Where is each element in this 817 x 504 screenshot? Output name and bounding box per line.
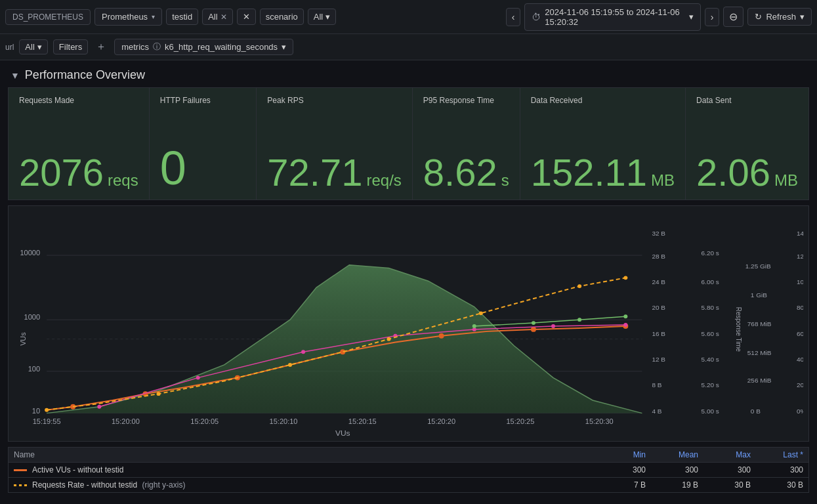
stat-card-3: P95 Response Time 8.62 s	[413, 88, 520, 200]
stat-value-3: 8.62 s	[423, 154, 509, 192]
datasource-dropdown[interactable]: Prometheus ▾	[94, 8, 162, 26]
x-pill[interactable]: ✕	[237, 9, 256, 25]
svg-text:512 MiB: 512 MiB	[747, 349, 772, 356]
filters-button[interactable]: Filters	[53, 39, 88, 54]
svg-text:8 B: 8 B	[652, 381, 661, 388]
datasource-label: DS_PROMETHEUS	[5, 9, 91, 25]
svg-text:20 B: 20 B	[652, 304, 665, 312]
svg-point-50	[301, 350, 305, 354]
url-label: url	[5, 43, 14, 52]
svg-text:120%: 120%	[797, 253, 803, 260]
col-header-min: Min	[593, 450, 646, 459]
svg-point-62	[472, 324, 476, 328]
svg-text:80%: 80%	[797, 304, 803, 312]
svg-text:15:20:05: 15:20:05	[190, 417, 219, 425]
svg-point-64	[577, 318, 581, 322]
filter-bar: url All ▾ Filters ＋ metrics ⓘ k6_http_re…	[0, 34, 817, 60]
collapse-icon[interactable]: ▼	[10, 70, 20, 81]
svg-text:16 B: 16 B	[652, 330, 665, 337]
stat-card-0: Requests Made 2076 reqs	[9, 88, 150, 200]
svg-point-57	[288, 363, 292, 367]
add-filter-button[interactable]: ＋	[93, 39, 109, 55]
svg-text:28 B: 28 B	[652, 253, 665, 260]
time-next-button[interactable]: ›	[705, 8, 720, 26]
legend-min-0: 300	[593, 465, 646, 474]
svg-text:15:20:10: 15:20:10	[270, 417, 298, 425]
page-title: Performance Overview	[25, 68, 145, 82]
swatch-1	[14, 484, 27, 486]
svg-text:256 MiB: 256 MiB	[747, 377, 772, 385]
legend-max-1: 30 B	[698, 480, 751, 490]
svg-text:60%: 60%	[797, 330, 803, 337]
scenario-pill: scenario	[260, 9, 304, 25]
chevron-down-icon4: ▾	[800, 12, 805, 22]
svg-text:0%: 0%	[797, 408, 803, 415]
svg-text:VUs: VUs	[19, 332, 27, 346]
url-filter-dropdown[interactable]: All ▾	[19, 39, 47, 54]
refresh-icon: ↻	[755, 12, 762, 22]
all-pill[interactable]: All ✕	[202, 9, 232, 25]
svg-text:40%: 40%	[797, 356, 803, 363]
refresh-button[interactable]: ↻ Refresh ▾	[747, 8, 812, 26]
svg-text:20%: 20%	[797, 381, 803, 388]
legend-min-1: 7 B	[593, 480, 646, 490]
chart-svg: 10 100 1000 10000 VUs 4 B 8 B 12 B 16 B …	[14, 217, 803, 436]
svg-point-61	[623, 276, 627, 280]
stat-cards: Requests Made 2076 reqs HTTP Failures 0 …	[8, 87, 809, 200]
stat-label-1: HTTP Failures	[160, 96, 246, 105]
svg-point-58	[387, 337, 390, 341]
chevron-down-icon: ▾	[152, 13, 155, 20]
chevron-down-icon5: ▾	[37, 42, 42, 52]
svg-point-45	[439, 333, 444, 339]
svg-text:5.40 s: 5.40 s	[702, 356, 719, 363]
stat-value-0: 2076 reqs	[19, 154, 138, 192]
svg-text:15:20:30: 15:20:30	[585, 417, 614, 425]
svg-point-53	[551, 324, 555, 328]
svg-text:15:20:00: 15:20:00	[112, 417, 140, 425]
all2-pill[interactable]: All ▾	[308, 9, 336, 25]
stat-value-4: 152.11 MB	[531, 154, 675, 192]
swatch-0	[14, 469, 27, 471]
time-prev-button[interactable]: ‹	[506, 8, 521, 26]
svg-text:32 B: 32 B	[652, 230, 665, 238]
zoom-out-button[interactable]: ⊖	[723, 7, 744, 27]
svg-point-46	[531, 327, 536, 332]
svg-text:768 MiB: 768 MiB	[747, 320, 772, 327]
svg-text:12 B: 12 B	[652, 356, 665, 363]
legend-header: Name Min Mean Max Last *	[9, 448, 808, 463]
svg-text:5.00 s: 5.00 s	[702, 408, 719, 415]
svg-point-54	[623, 323, 627, 327]
col-header-mean: Mean	[646, 450, 698, 459]
svg-point-63	[532, 321, 535, 325]
svg-text:1 GiB: 1 GiB	[751, 291, 767, 299]
stat-label-3: P95 Response Time	[423, 96, 509, 105]
legend-mean-1: 19 B	[646, 480, 698, 490]
stat-label-4: Data Received	[531, 96, 675, 105]
stat-label-0: Requests Made	[19, 96, 138, 105]
close-icon[interactable]: ✕	[220, 12, 227, 22]
svg-text:VUs: VUs	[335, 429, 350, 436]
time-range-picker[interactable]: ⏱ 2024-11-06 15:19:55 to 2024-11-06 15:2…	[524, 3, 700, 31]
svg-text:140%: 140%	[797, 230, 803, 238]
legend-mean-0: 300	[646, 465, 698, 474]
metrics-selector[interactable]: metrics ⓘ k6_http_req_waiting_seconds ▾	[114, 39, 293, 55]
col-header-max: Max	[698, 450, 751, 459]
svg-text:5.20 s: 5.20 s	[702, 381, 719, 388]
stat-label-2: Peak RPS	[267, 96, 402, 105]
svg-text:100: 100	[28, 365, 40, 373]
clock-icon: ⏱	[532, 12, 541, 22]
svg-point-59	[479, 311, 483, 315]
svg-text:10: 10	[32, 407, 40, 415]
stat-card-2: Peak RPS 72.71 req/s	[257, 88, 413, 200]
svg-text:Response Time: Response Time	[735, 307, 742, 352]
legend-table: Name Min Mean Max Last * Active VUs - wi…	[8, 447, 809, 493]
svg-text:15:19:55: 15:19:55	[33, 417, 61, 425]
info-icon[interactable]: ⓘ	[153, 41, 161, 52]
svg-point-55	[45, 408, 49, 412]
svg-text:15:20:25: 15:20:25	[506, 417, 534, 425]
svg-text:4 B: 4 B	[652, 408, 661, 415]
svg-text:5.80 s: 5.80 s	[702, 304, 719, 312]
legend-last-1: 30 B	[751, 480, 803, 490]
svg-text:6.00 s: 6.00 s	[702, 278, 719, 285]
stat-card-4: Data Received 152.11 MB	[520, 88, 686, 200]
